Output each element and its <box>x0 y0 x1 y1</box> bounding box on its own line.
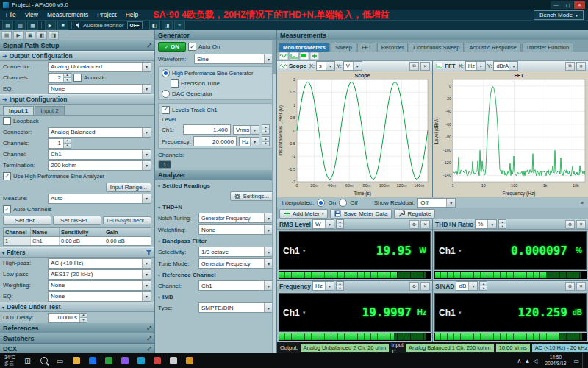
save-meter-data-button[interactable]: Save Meter Data <box>330 209 392 219</box>
acoustic-checkbox[interactable] <box>74 74 82 82</box>
pin-icon[interactable]: ◨ <box>49 31 59 40</box>
hp-analyzer-checkbox[interactable] <box>3 172 11 180</box>
meter-channel-select[interactable]: Ch1 <box>439 246 456 256</box>
frequency-input[interactable]: 20.0000 <box>193 136 237 146</box>
spinner-buttons[interactable]: ▲▼ <box>336 281 344 291</box>
open-project-icon[interactable]: ▥ <box>15 21 26 30</box>
high-pass-select[interactable]: AC (<10 Hz) ▾ <box>48 258 151 269</box>
bench-mode-button[interactable]: Bench Mode ▾ <box>534 10 584 20</box>
measure-select[interactable]: Auto ▾ <box>48 194 151 204</box>
layout-icon[interactable]: ◨ <box>162 21 173 30</box>
levels-track-checkbox[interactable] <box>162 106 170 114</box>
interpolated-on-radio[interactable] <box>317 199 325 207</box>
meter-settings-icon[interactable]: ⚙ <box>565 282 575 291</box>
close-icon[interactable]: ✕ <box>576 220 586 229</box>
meter-unit-select[interactable]: Hz ▾ <box>312 281 334 291</box>
meter-unit-select[interactable]: W ▾ <box>312 219 334 229</box>
dac-generator-radio[interactable] <box>162 90 170 98</box>
output-channels-stepper[interactable]: 2 ▲▼ <box>48 73 71 83</box>
maximize-button[interactable]: ▢ <box>562 1 573 9</box>
meter-channel-select[interactable]: Ch1 <box>283 246 300 256</box>
add-meter-button[interactable]: Add Meter ▾ <box>279 209 328 219</box>
input-channels-stepper[interactable]: 1 ▲▼ <box>48 138 71 149</box>
thdn-expander[interactable]: ▾ THD+N <box>155 202 276 212</box>
show-desktop-button[interactable] <box>582 353 587 368</box>
dut-header[interactable]: ▾ Device Under Test <box>0 302 154 312</box>
tab-transfer-function[interactable]: Transfer Function <box>522 43 574 52</box>
menu-view[interactable]: View <box>21 11 43 18</box>
filter-icon[interactable] <box>146 250 152 255</box>
tab-sweep[interactable]: Sweep <box>331 43 356 52</box>
menu-measurements[interactable]: Measurements <box>43 11 93 18</box>
taskbar-app-icon[interactable] <box>165 353 182 368</box>
sequence-icon[interactable]: ▤ <box>1 31 12 40</box>
monitor-icon[interactable]: ◧ <box>149 21 160 30</box>
scope-plot[interactable]: 21.510.50-0.5-1-1.5-2020m40m60m80m100m12… <box>277 71 432 199</box>
overflow-chevrons-icon[interactable]: » <box>581 199 584 206</box>
play-sequence-icon[interactable]: ▶ <box>13 31 24 40</box>
generator-on-toggle[interactable]: ✓ ON <box>158 42 186 52</box>
menu-project[interactable]: Project <box>93 11 121 18</box>
meter-unit-select[interactable]: dB ▾ <box>456 281 478 291</box>
input-range-status[interactable]: 10.00 Vrms <box>496 344 530 352</box>
ch1-unit-select[interactable]: Vrms ▾ <box>233 125 259 135</box>
add-monitor-icon[interactable] <box>310 52 319 60</box>
output-connector-select[interactable]: Analog Unbalanced ▾ <box>48 62 151 72</box>
notch-tuning-select[interactable]: Generator Frequency ▾ <box>198 213 273 223</box>
input-channel-select[interactable]: Ch1 ▾ <box>48 149 151 160</box>
audible-monitor-toggle[interactable]: OFF <box>127 21 143 29</box>
notification-icon[interactable]: ▭ <box>573 358 579 364</box>
regulate-button[interactable]: Regulate <box>394 209 435 219</box>
tab-monitors-meters[interactable]: Monitors/Meters <box>279 43 330 52</box>
input-range-button[interactable]: Input Range... <box>106 183 151 192</box>
generator-scrollbar[interactable] <box>272 40 276 353</box>
output-eq-select[interactable]: None ▾ <box>48 84 151 94</box>
weighting-select[interactable]: None ▾ <box>48 280 151 291</box>
scope-y-unit-select[interactable]: V ▾ <box>343 61 362 71</box>
input-connector-select[interactable]: Analog Balanced ▾ <box>48 127 151 138</box>
fft-x-unit-select[interactable]: Hz ▾ <box>465 61 486 71</box>
taskbar-search-button[interactable] <box>36 353 52 368</box>
sidebar-item-switchers[interactable]: Switchers ⤢ <box>0 333 154 344</box>
popout-icon[interactable]: ⧉ <box>409 62 419 71</box>
auto-on-checkbox[interactable] <box>188 43 196 51</box>
bandpass-expander[interactable]: ▾ Bandpass Filter <box>155 236 276 246</box>
meter-channel-select[interactable]: Ch1 <box>283 308 300 318</box>
scope-x-unit-select[interactable]: s ▾ <box>316 61 335 71</box>
tab-acoustic-response[interactable]: Acoustic Response <box>465 43 520 52</box>
close-icon[interactable]: ✕ <box>420 62 430 71</box>
input1-status[interactable]: Analog Balanced 1 Ch, 200 kohm <box>406 344 494 352</box>
tune-mode-select[interactable]: Generator Frequency ▾ <box>198 258 273 269</box>
waveform-select[interactable]: Sine ▾ <box>194 54 273 64</box>
taskbar-app-icon[interactable] <box>117 353 133 368</box>
collapse-panel-icon[interactable]: ⤢ <box>147 43 151 49</box>
scope-monitor-icon[interactable] <box>279 52 288 60</box>
spinner-buttons[interactable]: ▲▼ <box>498 219 506 229</box>
fft-monitor-icon[interactable] <box>290 52 298 60</box>
dut-delay-stepper[interactable]: 0.000 s ▲▼ <box>48 313 87 323</box>
input-config-header[interactable]: ➜ Input Configuration <box>0 94 154 105</box>
spinner-buttons[interactable]: ▲▼ <box>79 314 87 322</box>
meter-unit-select[interactable]: % ▾ <box>475 219 497 229</box>
set-dbspl-button[interactable]: Set dBSPL... <box>53 216 101 225</box>
hps-generator-radio[interactable] <box>162 69 170 77</box>
filters-eq-select[interactable]: None ▾ <box>48 291 151 302</box>
output-status[interactable]: Analog Unbalanced 2 Ch, 20 ohm <box>301 344 390 352</box>
channel-1-toggle[interactable]: 1 <box>158 160 171 169</box>
new-project-icon[interactable]: ▤ <box>2 21 13 30</box>
close-button[interactable]: ✕ <box>574 1 585 9</box>
spinner-buttons[interactable]: ▲▼ <box>262 124 270 135</box>
selectivity-select[interactable]: 1/3 octave ▾ <box>198 247 273 257</box>
meter-settings-icon[interactable]: ⚙ <box>409 282 419 291</box>
thdn-weighting-select[interactable]: None ▾ <box>198 224 273 235</box>
start-button[interactable]: ⊞ <box>20 353 36 368</box>
save-project-icon[interactable]: ▦ <box>27 21 38 30</box>
teds-syscheck-button[interactable]: TEDS/SysCheck... <box>103 216 151 224</box>
tab-input-1[interactable]: Input 1 <box>3 106 34 115</box>
split-view-icon[interactable]: ◧ <box>37 31 47 40</box>
network-icon[interactable]: ▲ <box>524 358 530 364</box>
reference-channel-select[interactable]: Ch1 ▾ <box>198 280 273 291</box>
close-icon[interactable]: ✕ <box>420 282 430 291</box>
interpolated-off-radio[interactable] <box>339 199 347 207</box>
sidebar-item-dcx[interactable]: DCX ⤢ <box>0 344 154 353</box>
